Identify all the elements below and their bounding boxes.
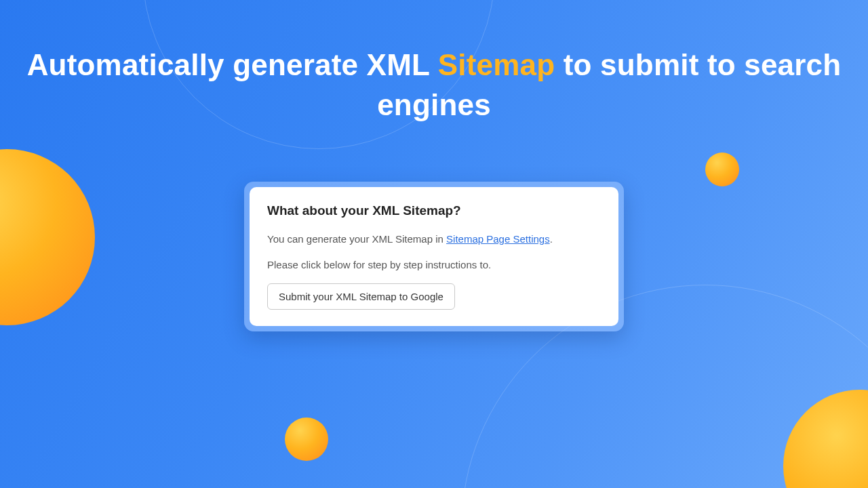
card-title: What about your XML Sitemap? <box>267 203 601 218</box>
submit-sitemap-button[interactable]: Submit your XML Sitemap to Google <box>267 283 455 310</box>
info-card-wrap: What about your XML Sitemap? You can gen… <box>244 182 624 331</box>
decorative-orb-mid <box>285 418 328 461</box>
info-card: What about your XML Sitemap? You can gen… <box>250 187 618 326</box>
sitemap-settings-link[interactable]: Sitemap Page Settings <box>446 233 550 245</box>
card-line-1: You can generate your XML Sitemap in Sit… <box>267 232 601 247</box>
decorative-orb-small <box>705 152 739 186</box>
hero-text-pre: Automatically generate XML <box>27 48 438 81</box>
decorative-orb-left <box>0 149 95 325</box>
card-line1-post: . <box>550 233 553 245</box>
card-line-2: Please click below for step by step inst… <box>267 258 601 272</box>
hero-text-accent: Sitemap <box>438 48 555 81</box>
card-line1-pre: You can generate your XML Sitemap in <box>267 233 446 245</box>
hero-heading: Automatically generate XML Sitemap to su… <box>0 45 868 125</box>
